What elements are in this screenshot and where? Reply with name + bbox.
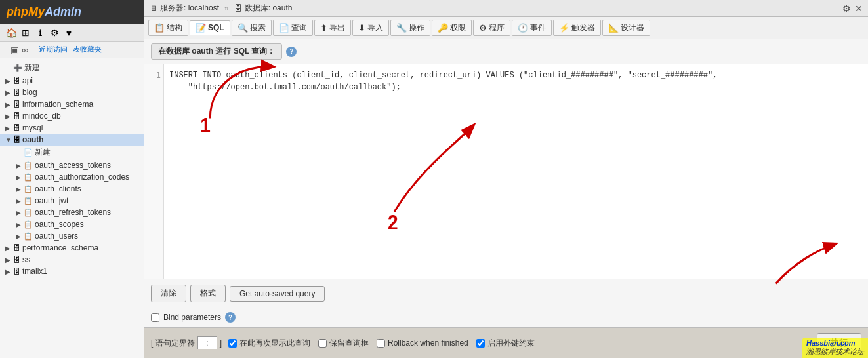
search-icon: 🔍	[238, 23, 248, 33]
collapse-icon[interactable]: ▣	[10, 45, 19, 55]
query-icon: 📄	[279, 23, 289, 33]
sidebar-item-oauth-scopes[interactable]: ▶ 📋 oauth_scopes	[0, 218, 144, 230]
query-label: 在数据库 oauth 运行 SQL 查询：	[151, 43, 282, 60]
toolbar: 📋 结构 📝 SQL 🔍 搜索 📄 查询 ⬆ 导出 ⬇ 导入 🔧 操作 🔑	[144, 17, 868, 39]
tab-export[interactable]: ⬆ 导出	[314, 20, 351, 36]
format-button[interactable]: 格式	[190, 285, 226, 302]
tab-events[interactable]: 🕐 事件	[512, 20, 552, 36]
check-show-query[interactable]: 在此再次显示此查询	[228, 338, 310, 349]
sidebar-item-performance-schema[interactable]: ▶ 🗄 performance_schema	[0, 242, 144, 254]
sidebar-item-oauth-users[interactable]: ▶ 📋 oauth_users	[0, 230, 144, 242]
check-foreign-keys-input[interactable]	[476, 339, 485, 348]
events-icon: 🕐	[518, 23, 528, 33]
check-show-query-label: 在此再次显示此查询	[239, 338, 310, 349]
sidebar-item-oauth-authorization-codes[interactable]: ▶ 📋 oauth_authorization_codes	[0, 171, 144, 183]
check-show-query-input[interactable]	[228, 339, 237, 348]
sidebar-item-ss[interactable]: ▶ 🗄 ss	[0, 254, 144, 266]
auto-saved-button[interactable]: Get auto-saved query	[230, 286, 325, 302]
structure-icon: 📋	[154, 23, 165, 33]
tab-query[interactable]: 📄 查询	[273, 20, 313, 36]
sidebar-item-oauth-clients[interactable]: ▶ 📋 oauth_clients	[0, 183, 144, 195]
breadcrumb: 🖥 服务器: localhost » 🗄 数据库: oauth	[150, 3, 292, 14]
link-icon[interactable]: ∞	[22, 45, 28, 55]
tab-search[interactable]: 🔍 搜索	[232, 20, 272, 36]
sql-input[interactable]: INSERT INTO oauth_clients (client_id, cl…	[164, 64, 868, 279]
sidebar-nav: ▣ ∞ 近期访问 表收藏夹	[0, 42, 144, 58]
bind-params-checkbox[interactable]	[151, 313, 159, 322]
sidebar-item-information-schema[interactable]: ▶ 🗄 information_schema	[0, 98, 144, 110]
query-label-bar: 在数据库 oauth 运行 SQL 查询： ?	[144, 39, 868, 64]
tab-privileges[interactable]: 🔑 权限	[432, 20, 472, 36]
favorites-link[interactable]: 表收藏夹	[73, 45, 102, 55]
home-icon[interactable]: 🏠	[5, 27, 17, 39]
check-rollback[interactable]: Rollback when finished	[377, 338, 468, 348]
sidebar-item-api[interactable]: ▶ 🗄 api	[0, 75, 144, 87]
grid-icon[interactable]: ⊞	[20, 27, 31, 39]
sidebar-item-new-root[interactable]: ➕ 新建	[0, 61, 144, 75]
main-content: 🖥 服务器: localhost » 🗄 数据库: oauth ⚙ ✕ 📋 结构…	[144, 0, 868, 358]
sidebar-item-oauth-jwt[interactable]: ▶ 📋 oauth_jwt	[0, 195, 144, 207]
check-foreign-keys-label: 启用外键约束	[487, 338, 535, 349]
tab-structure[interactable]: 📋 结构	[148, 20, 188, 36]
watermark-site: Hassbian.com	[806, 339, 856, 347]
check-keep-query-input[interactable]	[318, 339, 327, 348]
bind-params-label: Bind parameters	[163, 313, 221, 322]
check-rollback-input[interactable]	[377, 339, 385, 348]
sidebar-item-oauth[interactable]: ▼ 🗄 oauth	[0, 134, 144, 146]
watermark-sub: 瀚思彼岸技术论坛	[806, 348, 864, 355]
logo-text: phpMyAdmin	[7, 5, 81, 19]
tab-import[interactable]: ⬇ 导入	[352, 20, 389, 36]
sidebar-tree: ➕ 新建 ▶ 🗄 api ▶ 🗄 blog ▶ 🗄 information_sc…	[0, 58, 144, 358]
sidebar-item-oauth-refresh-tokens[interactable]: ▶ 📋 oauth_refresh_tokens	[0, 207, 144, 218]
db-label: 数据库: oauth	[245, 3, 293, 14]
info-icon[interactable]: ℹ	[34, 27, 46, 39]
tab-designer[interactable]: 📐 设计器	[602, 20, 650, 36]
privileges-icon: 🔑	[438, 23, 448, 33]
sql-buttons: 清除 格式 Get auto-saved query	[144, 279, 868, 308]
designer-icon: 📐	[608, 23, 619, 33]
export-icon: ⬆	[320, 23, 327, 33]
check-foreign-keys[interactable]: 启用外键约束	[476, 338, 535, 349]
server-label: 服务器: localhost	[160, 3, 219, 14]
watermark: Hassbian.com 瀚思彼岸技术论坛	[802, 338, 868, 358]
bind-params-row: Bind parameters ?	[144, 308, 868, 327]
footer-bar: [ 语句定界符 ] 在此再次显示此查询 保留查询框 Rollback when …	[144, 327, 868, 358]
delimiter-input[interactable]	[197, 336, 217, 349]
sidebar-item-new-oauth[interactable]: 📄 新建	[0, 146, 144, 159]
tab-operations[interactable]: 🔧 操作	[390, 20, 430, 36]
sidebar-item-oauth-access-tokens[interactable]: ▶ 📋 oauth_access_tokens	[0, 159, 144, 171]
import-icon: ⬇	[358, 23, 365, 33]
check-keep-query[interactable]: 保留查询框	[318, 338, 369, 349]
server-icon: 🖥	[150, 4, 157, 13]
sidebar-item-tmallx1[interactable]: ▶ 🗄 tmallx1	[0, 266, 144, 277]
logo: phpMyAdmin	[0, 0, 144, 24]
recent-link[interactable]: 近期访问	[39, 45, 68, 55]
tab-sql[interactable]: 📝 SQL	[190, 20, 230, 36]
tab-routines[interactable]: ⚙ 程序	[473, 20, 510, 36]
delimiter-label-left: [ 语句定界符	[151, 338, 195, 349]
title-bar: 🖥 服务器: localhost » 🗄 数据库: oauth ⚙ ✕	[144, 0, 868, 17]
tab-triggers[interactable]: ⚡ 触发器	[553, 20, 601, 36]
title-bar-actions: ⚙ ✕	[842, 3, 863, 14]
heart-icon[interactable]: ♥	[63, 27, 75, 39]
line-numbers: 1	[144, 64, 164, 279]
sidebar-item-mindoc-db[interactable]: ▶ 🗄 mindoc_db	[0, 110, 144, 122]
delimiter-label-right: ]	[220, 338, 222, 348]
sql-icon: 📝	[196, 23, 206, 33]
settings-icon[interactable]: ⚙	[49, 27, 60, 39]
help-icon[interactable]: ?	[286, 47, 297, 57]
footer-checks: 在此再次显示此查询 保留查询框 Rollback when finished 启…	[228, 338, 810, 349]
sidebar-item-blog[interactable]: ▶ 🗄 blog	[0, 87, 144, 98]
settings-icon[interactable]: ⚙	[842, 3, 851, 14]
code-editor[interactable]: 1 INSERT INTO oauth_clients (client_id, …	[144, 64, 868, 279]
clear-button[interactable]: 清除	[151, 285, 186, 302]
bind-params-help-icon[interactable]: ?	[225, 312, 236, 323]
delimiter-group: [ 语句定界符 ]	[151, 336, 222, 349]
triggers-icon: ⚡	[559, 23, 569, 33]
sql-editor-area: 1 2 在数据库 oauth 运行 SQL 查询： ? 1 INSERT INT…	[144, 39, 868, 327]
check-keep-query-label: 保留查询框	[329, 338, 369, 349]
close-icon[interactable]: ✕	[855, 3, 863, 14]
check-rollback-label: Rollback when finished	[388, 338, 468, 348]
db-icon: 🗄	[234, 4, 242, 13]
sidebar-item-mysql[interactable]: ▶ 🗄 mysql	[0, 122, 144, 134]
